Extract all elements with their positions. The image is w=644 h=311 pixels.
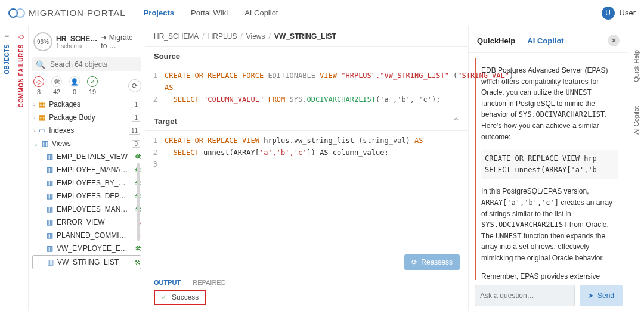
rail-common-failures[interactable]: ◇ COMMON FAILURES: [14, 26, 29, 311]
search-input-wrap[interactable]: 🔍: [32, 57, 141, 71]
schema-title: HR_SCHE…: [56, 35, 97, 43]
output-tabs: OUTPUT REPAIRED: [145, 275, 468, 286]
crumb-current: VW_STRING_LIST: [274, 32, 336, 41]
tab-output[interactable]: OUTPUT: [154, 279, 181, 286]
send-button[interactable]: ➤Send: [580, 285, 623, 306]
view-icon: ▥: [47, 218, 53, 226]
progress-ring: 96%: [33, 32, 52, 51]
filter-person[interactable]: 👤0: [69, 76, 80, 95]
view-item-label: VW_EMPLOYEE_EX…: [57, 244, 128, 253]
view-icon: ▥: [47, 258, 54, 266]
view-icon: ▥: [47, 231, 53, 240]
view-icon: ▥: [47, 166, 53, 174]
right-panel: QuickHelp AI Copilot ✕ EDB Postgres Adva…: [469, 26, 628, 311]
tree-view-item[interactable]: ▥ERROR_VIEW◇: [32, 216, 141, 229]
copilot-response: EDB Postgres Advanced Server (EPAS) whic…: [475, 58, 622, 280]
tree-views[interactable]: ⌄ ▥ Views 9: [32, 137, 141, 150]
view-icon: ▥: [47, 179, 53, 187]
filter-tools[interactable]: 🛠42: [51, 76, 62, 95]
view-icon: ▥: [47, 192, 53, 200]
view-icon: ▥: [47, 244, 53, 253]
view-item-label: EMPLOYEES_BY_D…: [57, 179, 128, 187]
logo-icon: [8, 7, 25, 20]
person-icon: 👤: [69, 76, 80, 87]
tree-indexes[interactable]: › ▭ Indexes 11: [32, 124, 141, 137]
index-icon: ▭: [39, 126, 45, 135]
crumb-hrplus[interactable]: HRPLUS: [208, 32, 237, 41]
tree-package-body[interactable]: › ▦ Package Body 1: [32, 111, 141, 124]
tree-view-item[interactable]: ▥PLANNED_COMMI…◇: [32, 229, 141, 242]
sidebar: 96% HR_SCHE… 1 schema ➜ Migrate to … 🔍 ◇…: [29, 26, 145, 311]
search-input[interactable]: [49, 60, 141, 69]
tree-view-item[interactable]: ▥EMPLOYEES_DEPA…🛠: [32, 189, 141, 203]
filter-ok[interactable]: ✓19: [87, 76, 98, 95]
view-icon: ▥: [47, 205, 53, 213]
view-item-label: EMPLOYEE_MANA…: [57, 166, 128, 174]
refresh-button[interactable]: ⟳: [128, 79, 141, 92]
chevron-up-icon[interactable]: ⌃: [453, 116, 460, 126]
tree-view-item[interactable]: ▥VW_STRING_LIST🛠: [32, 255, 141, 269]
schema-subtitle: 1 schema: [56, 43, 97, 49]
reassess-button[interactable]: ⟳Reassess: [404, 254, 460, 270]
chevron-right-icon: ›: [33, 114, 35, 121]
crumb-schema[interactable]: HR_SCHEMA: [154, 32, 199, 41]
wrench-icon: 🛠: [135, 245, 141, 252]
refresh-icon: ⟳: [411, 258, 417, 266]
close-icon: ✕: [611, 37, 617, 45]
rail-ai-copilot[interactable]: AI Copilot: [633, 106, 640, 135]
close-button[interactable]: ✕: [608, 35, 620, 46]
wrench-icon: 🛠: [135, 153, 141, 160]
wrench-icon: 🛠: [134, 259, 141, 266]
crumb-views[interactable]: Views: [246, 32, 265, 41]
brand-title: MIGRATION PORTAL: [29, 8, 126, 18]
database-icon: ≡: [5, 32, 9, 41]
view-item-label: EMP_DETAILS_VIEW: [57, 153, 128, 161]
tree-view-item[interactable]: ▥EMPLOYEE_MANA…🛠: [32, 163, 141, 176]
nav-ai-copilot[interactable]: AI Copilot: [244, 6, 278, 20]
filter-errors[interactable]: ◇3: [33, 76, 44, 95]
check-icon: ✓: [87, 76, 98, 87]
nav-projects[interactable]: Projects: [144, 6, 174, 20]
target-header[interactable]: Target⌃: [145, 111, 468, 131]
sidebar-scrollbar[interactable]: [137, 163, 140, 241]
send-icon: ➤: [588, 291, 594, 300]
tree-view-item[interactable]: ▥VW_EMPLOYEE_EX…🛠: [32, 242, 141, 255]
user-label[interactable]: User: [620, 8, 636, 17]
tab-repaired[interactable]: REPAIRED: [193, 279, 225, 286]
migrate-icon: ➜: [101, 33, 109, 42]
chevron-right-icon: ›: [33, 127, 35, 134]
chevron-down-icon: ⌄: [33, 141, 38, 147]
search-icon: 🔍: [36, 60, 45, 69]
rail-quick-help[interactable]: Quick Help: [633, 50, 640, 82]
diamond-icon: ◇: [33, 76, 44, 87]
tab-ai-copilot[interactable]: AI Copilot: [527, 36, 564, 45]
avatar[interactable]: U: [602, 7, 615, 20]
source-header: Source: [145, 47, 468, 66]
tree-packages[interactable]: › ▦ Packages 1: [32, 98, 141, 111]
view-item-label: PLANNED_COMMI…: [57, 231, 126, 240]
breadcrumb: HR_SCHEMA/ HRPLUS/ Views/ VW_STRING_LIST: [145, 26, 468, 47]
views-icon: ▥: [42, 139, 48, 148]
tab-quickhelp[interactable]: QuickHelp: [477, 36, 515, 45]
view-item-label: EMPLOYEES_DEPA…: [57, 192, 128, 200]
migrate-to-button[interactable]: ➜ Migrate to …: [101, 33, 140, 50]
view-icon: ▥: [47, 153, 53, 161]
target-code: 1CREATE OR REPLACE VIEW hrplus.vw_string…: [145, 131, 468, 251]
refresh-icon: ⟳: [132, 82, 138, 90]
tree-view-item[interactable]: ▥EMPLOYEES_BY_D…🛠: [32, 176, 141, 189]
view-item-label: ERROR_VIEW: [57, 218, 105, 226]
diamond-icon: ◇: [18, 32, 24, 41]
top-nav: Projects Portal Wiki AI Copilot: [144, 6, 278, 20]
tree-view-item[interactable]: ▥EMP_DETAILS_VIEW🛠: [32, 150, 141, 163]
package-icon: ▦: [39, 100, 45, 108]
source-code: 1CREATE OR REPLACE FORCE EDITIONABLE VIE…: [145, 66, 468, 111]
chevron-right-icon: ›: [33, 101, 35, 108]
code-snippet: CREATE OR REPLACE VIEW hrpSELECT unnest(…: [481, 150, 618, 179]
ask-input[interactable]: [475, 285, 575, 306]
view-item-label: EMPLOYEES_MAN…: [57, 205, 128, 213]
view-item-label: VW_STRING_LIST: [57, 258, 119, 266]
rail-objects[interactable]: ≡ OBJECTS: [0, 26, 14, 311]
wrench-icon: 🛠: [51, 76, 62, 87]
nav-wiki[interactable]: Portal Wiki: [191, 6, 228, 20]
tree-view-item[interactable]: ▥EMPLOYEES_MAN…🛠: [32, 203, 141, 216]
